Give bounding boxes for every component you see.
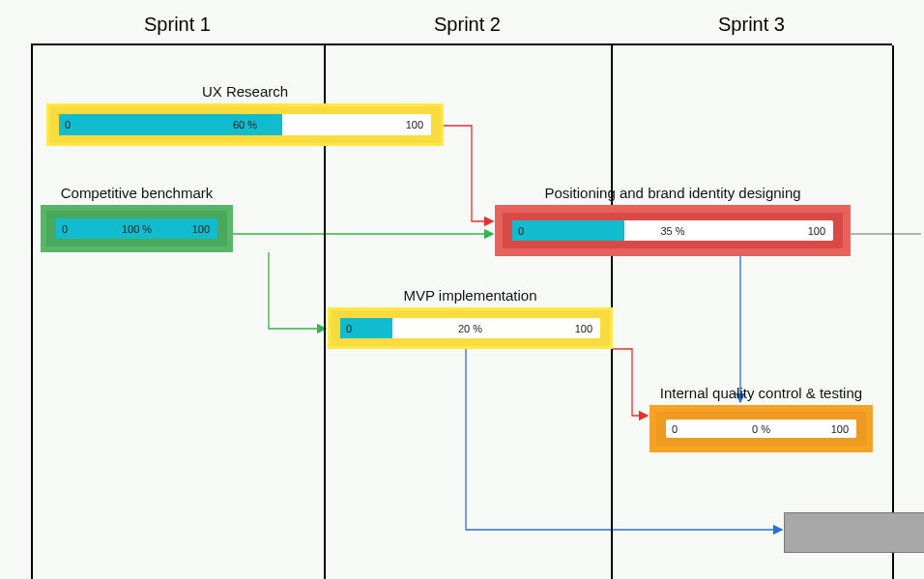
progress-min: 0 [518,225,524,237]
sprint-diagram: Sprint 1 Sprint 2 Sprint 3 UX Research 0… [0,0,924,579]
task-placeholder[interactable] [784,512,924,553]
progress-max: 100 [808,225,825,237]
progress-max: 100 [192,223,210,235]
progress-track: 0 35 % 100 [512,220,833,241]
sprint-header-1: Sprint 1 [31,14,324,36]
task-label-qa: Internal quality control & testing [650,385,873,401]
column-divider [31,45,33,579]
progress-min: 0 [65,119,71,130]
progress-track: 0 20 % 100 [340,318,600,338]
header-underline [31,43,324,45]
sprint-header-2: Sprint 2 [324,14,611,36]
task-mvp[interactable]: 0 20 % 100 [328,307,613,349]
progress-min: 0 [346,323,352,334]
progress-percent: 0 % [752,423,770,435]
progress-track: 0 100 % 100 [56,218,217,239]
column-divider [892,45,894,579]
sprint-header-3: Sprint 3 [611,14,892,36]
task-internal-qa[interactable]: 0 0 % 100 [650,405,873,452]
progress-percent: 20 % [458,323,482,334]
task-competitive-benchmark[interactable]: 0 100 % 100 [41,205,233,252]
progress-max: 100 [831,423,849,435]
task-positioning[interactable]: 0 35 % 100 [495,205,851,256]
progress-max: 100 [575,323,592,334]
progress-percent: 100 % [122,223,152,235]
progress-max: 100 [406,119,423,130]
header-underline [324,43,611,45]
task-ux-research[interactable]: 0 60 % 100 [46,103,444,146]
task-label-mvp: MVP implementation [328,287,613,304]
progress-percent: 35 % [660,225,684,237]
progress-percent: 60 % [233,119,257,130]
task-label-positioning: Positioning and brand identity designing [495,185,851,201]
progress-track: 0 0 % 100 [666,420,856,438]
progress-track: 0 60 % 100 [59,114,431,135]
progress-fill [512,220,624,241]
progress-min: 0 [62,223,68,235]
task-label-ux-research: UX Research [46,83,444,100]
header-underline [611,43,892,45]
progress-min: 0 [672,423,678,435]
task-label-competitive: Competitive benchmark [41,185,233,201]
